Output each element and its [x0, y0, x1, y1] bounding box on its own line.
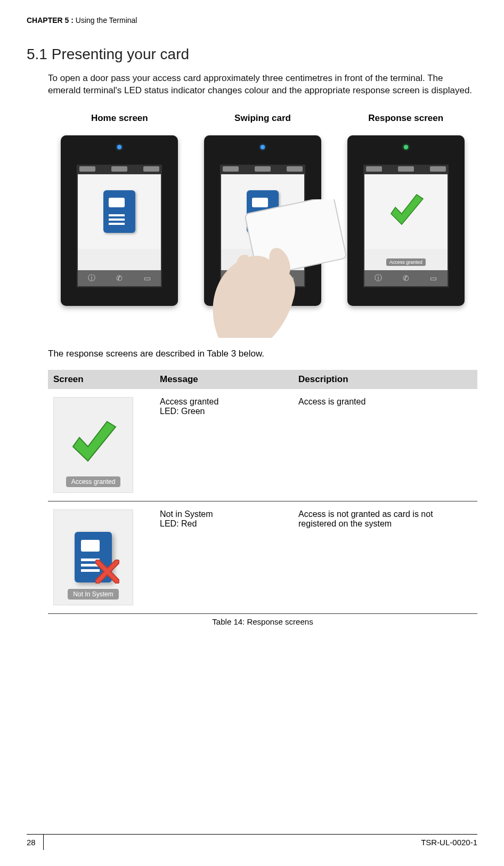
thumb-pill: Access granted [66, 476, 121, 487]
section-intro: To open a door pass your access card app… [48, 72, 477, 97]
checkmark-icon [385, 190, 427, 233]
document-id: TSR-UL-0020-1 [421, 835, 477, 850]
phone-icon: ✆ [114, 273, 125, 284]
table-row: Access granted Access granted LED: Green… [48, 389, 477, 501]
card-icon [103, 190, 135, 233]
info-icon: ⓘ [86, 273, 97, 284]
led-indicator-icon [404, 145, 408, 149]
terminal-device-response: Access granted ⓘ ✆ ▭ [347, 135, 465, 306]
thumb-access-granted: Access granted [53, 397, 133, 493]
info-icon: ⓘ [373, 273, 384, 284]
description-text: Access is not granted as card is not reg… [298, 509, 472, 529]
terminal-label-home: Home screen [48, 113, 191, 124]
terminal-screen: Access granted ⓘ ✆ ▭ [363, 165, 449, 287]
hand-holding-card-icon [186, 199, 357, 338]
message-line2: LED: Red [160, 519, 298, 529]
page-number: 28 [27, 835, 44, 850]
th-description: Description [298, 374, 472, 385]
led-indicator-icon [117, 145, 121, 149]
terminal-labels-row: Home screen Swiping card Response screen [48, 113, 477, 130]
table-caption: Table 14: Response screens [48, 617, 477, 626]
terminal-screen: ⓘ ✆ ▭ [77, 165, 162, 287]
message-line1: Access granted [160, 397, 298, 407]
terminal-label-swiping: Swiping card [191, 113, 335, 124]
monitor-icon: ▭ [142, 273, 152, 284]
th-message: Message [160, 374, 298, 385]
thumb-pill: Not In System [68, 589, 118, 600]
response-table: Screen Message Description Access grante… [48, 370, 477, 626]
access-granted-pill: Access granted [386, 258, 426, 266]
checkmark-icon [67, 417, 120, 473]
page-footer: 28 TSR-UL-0020-1 [27, 834, 477, 850]
monitor-icon: ▭ [428, 273, 439, 284]
th-screen: Screen [53, 374, 160, 385]
chapter-label: CHAPTER 5 : [27, 16, 76, 25]
table-header-row: Screen Message Description [48, 370, 477, 389]
table-intro: The response screens are described in Ta… [48, 349, 477, 359]
terminal-label-response: Response screen [334, 113, 477, 124]
section-title: 5.1 Presenting your card [27, 46, 477, 63]
chapter-header: CHAPTER 5 : Using the Terminal [27, 16, 477, 25]
chapter-title: Using the Terminal [76, 16, 137, 25]
led-indicator-icon [261, 145, 265, 149]
terminal-images-row: ⓘ ✆ ▭ ⓘ ✆ ▭ [48, 135, 477, 338]
description-text: Access is granted [298, 397, 472, 407]
table-row: Not In System Not in System LED: Red Acc… [48, 501, 477, 614]
thumb-not-in-system: Not In System [53, 509, 133, 605]
x-icon [95, 560, 119, 584]
message-line1: Not in System [160, 509, 298, 519]
terminal-device-home: ⓘ ✆ ▭ [61, 135, 178, 306]
phone-icon: ✆ [401, 273, 411, 284]
message-line2: LED: Green [160, 407, 298, 416]
